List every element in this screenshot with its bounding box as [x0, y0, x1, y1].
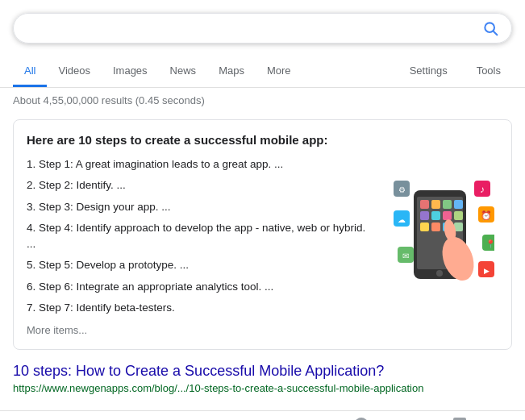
results-count: About 4,55,00,000 results (0.45 seconds) — [0, 88, 525, 113]
result-url: https://www.newgenapps.com/blog/.../10-s… — [13, 382, 423, 394]
main-content: Here are 10 steps to create a successful… — [0, 113, 525, 401]
featured-list: 1. Step 1: A great imagination leads to … — [27, 156, 373, 316]
svg-rect-9 — [431, 211, 440, 220]
svg-rect-13 — [431, 222, 440, 231]
featured-image: ♪ ⏰ 📍 ▶ ☁ ✉ ⚙ — [385, 133, 498, 336]
tab-maps[interactable]: Maps — [207, 56, 256, 87]
more-items-link[interactable]: More items... — [27, 324, 373, 336]
svg-rect-10 — [443, 211, 452, 220]
list-item: 5. Step 5: Develop a prototype. ... — [27, 257, 373, 273]
result-link: 10 steps: How to Create a Successful Mob… — [13, 363, 512, 394]
svg-rect-7 — [454, 200, 463, 209]
svg-rect-11 — [454, 211, 463, 220]
list-item: 6. Step 6: Integrate an appropriate anal… — [27, 279, 373, 295]
svg-rect-6 — [443, 200, 452, 209]
search-bar-container: steps to develop an app — [0, 0, 525, 44]
search-input[interactable]: steps to develop an app — [27, 21, 482, 35]
svg-rect-12 — [420, 222, 429, 231]
svg-text:⏰: ⏰ — [481, 210, 492, 221]
featured-text: Here are 10 steps to create a successful… — [27, 133, 373, 336]
phone-illustration: ♪ ⏰ 📍 ▶ ☁ ✉ ⚙ — [390, 166, 494, 303]
featured-title: Here are 10 steps to create a successful… — [27, 133, 373, 147]
svg-text:♪: ♪ — [480, 184, 485, 195]
list-item: 2. Step 2: Identify. ... — [27, 177, 373, 193]
nav-tabs: All Videos Images News Maps More Setting… — [0, 50, 525, 88]
result-title[interactable]: 10 steps: How to Create a Successful Mob… — [13, 363, 512, 380]
svg-rect-8 — [420, 211, 429, 220]
nav-left: All Videos Images News Maps More — [13, 56, 398, 87]
search-bar: steps to develop an app — [13, 13, 512, 44]
tab-settings[interactable]: Settings — [398, 56, 459, 87]
list-item: 7. Step 7: Identify beta-testers. — [27, 300, 373, 316]
bottom-bar: i About this result ⚑ Feedback — [0, 410, 525, 420]
tab-all[interactable]: All — [13, 56, 47, 87]
search-icon — [482, 20, 498, 36]
list-item: 1. Step 1: A great imagination leads to … — [27, 156, 373, 173]
list-item: 4. Step 4: Identify approach to develop … — [27, 220, 373, 253]
svg-point-16 — [436, 270, 443, 277]
svg-rect-5 — [431, 200, 440, 209]
svg-text:📍: 📍 — [485, 239, 494, 249]
svg-text:▶: ▶ — [484, 267, 490, 275]
list-item: 3. Step 3: Design your app. ... — [27, 199, 373, 215]
tab-more[interactable]: More — [256, 56, 302, 87]
search-button[interactable] — [482, 20, 498, 36]
svg-text:☁: ☁ — [398, 215, 406, 224]
featured-box: Here are 10 steps to create a successful… — [13, 119, 512, 350]
svg-text:⚙: ⚙ — [398, 185, 406, 194]
tab-news[interactable]: News — [159, 56, 208, 87]
tab-images[interactable]: Images — [102, 56, 159, 87]
svg-text:✉: ✉ — [402, 252, 409, 260]
svg-rect-4 — [420, 200, 429, 209]
tab-tools[interactable]: Tools — [465, 56, 512, 87]
svg-line-1 — [494, 31, 498, 35]
tab-videos[interactable]: Videos — [47, 56, 102, 87]
nav-right: Settings Tools — [398, 56, 512, 87]
